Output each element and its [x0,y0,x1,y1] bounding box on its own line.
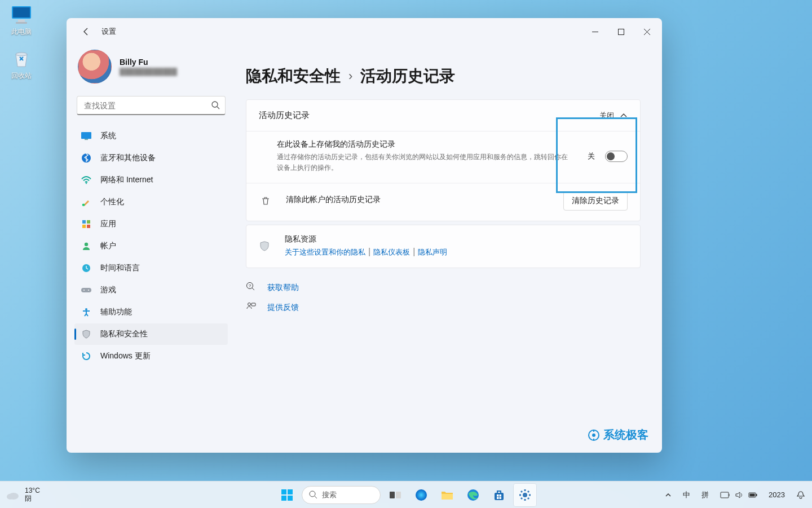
get-help-link[interactable]: ? 获取帮助 [246,282,641,294]
system-icon [81,131,91,141]
svg-rect-39 [396,492,401,498]
tray-quick-settings[interactable] [718,490,760,500]
taskbar-weather[interactable]: 13°C 阴 [6,487,40,503]
ime-lang[interactable]: 中 [681,489,692,501]
sidebar-item-privacy[interactable]: 隐私和安全性 [74,323,228,345]
search-box[interactable] [77,96,226,115]
sidebar-item-accounts[interactable]: 帐户 [74,235,228,257]
svg-rect-2 [18,20,25,22]
link-privacy-statement[interactable]: 隐私声明 [418,248,447,256]
arrow-left-icon [82,27,91,36]
link-about-privacy[interactable]: 关于这些设置和你的隐私 [285,248,365,256]
svg-rect-45 [500,494,502,497]
taskbar-store[interactable] [488,484,510,506]
activity-history-card: 活动历史记录 关闭 在此设备上存储我的活动历史记录 通过存储你的活动历史记录，包… [246,99,641,221]
privacy-resources-card: 隐私资源 关于这些设置和你的隐私|隐私仪表板|隐私声明 [246,225,641,268]
tray-overflow[interactable] [663,491,674,500]
maximize-button[interactable] [608,23,634,41]
svg-text:?: ? [249,283,251,288]
sidebar-item-update[interactable]: Windows 更新 [74,345,228,367]
svg-line-55 [521,498,522,499]
sidebar-item-network[interactable]: 网络和 Internet [74,169,228,191]
svg-point-7 [212,102,218,107]
svg-point-23 [85,308,87,310]
minimize-button[interactable] [582,23,608,41]
desktop-icon-recycle-bin[interactable]: 回收站 [0,49,43,81]
svg-rect-33 [288,489,293,494]
desktop-icon-label: 此电脑 [0,27,43,37]
svg-rect-41 [442,494,453,500]
svg-point-29 [592,433,595,437]
sidebar-item-apps[interactable]: 应用 [74,213,228,235]
ime-mode[interactable]: 拼 [699,489,711,501]
taskbar-explorer[interactable] [436,484,458,506]
sidebar-item-accessibility[interactable]: 辅助功能 [74,301,228,323]
search-icon [309,491,317,499]
svg-rect-43 [495,493,504,500]
taskbar-settings[interactable] [514,484,536,506]
windows-icon [280,488,294,502]
page-title: 活动历史记录 [360,65,455,87]
tray-notifications[interactable] [794,489,807,501]
sidebar-item-time[interactable]: 时间和语言 [74,257,228,279]
svg-rect-47 [500,497,502,499]
link-privacy-dashboard[interactable]: 隐私仪表板 [373,248,410,256]
apps-icon [81,219,91,229]
svg-rect-3 [16,22,27,24]
maximize-icon [618,29,624,35]
taskbar: 13°C 阴 搜索 中 拼 2023 [0,481,812,508]
circle-icon [414,488,428,502]
breadcrumb-root[interactable]: 隐私和安全性 [246,65,341,87]
edge-icon [466,488,480,502]
svg-point-22 [88,290,89,291]
weather-temp: 13°C [25,487,40,495]
search-input[interactable] [77,96,226,115]
store-title: 在此设备上存储我的活动历史记录 [277,139,577,150]
sidebar-item-system[interactable]: 系统 [74,125,228,147]
shield-icon [81,329,91,339]
breadcrumb: 隐私和安全性 › 活动历史记录 [246,65,641,87]
profile-block[interactable]: Billy Fu ████████████ [74,45,228,94]
desktop-icon-this-pc[interactable]: 此电脑 [0,5,43,37]
sidebar-item-bluetooth[interactable]: 蓝牙和其他设备 [74,147,228,169]
update-icon [81,351,91,361]
chevron-up-icon [665,492,672,498]
svg-point-4 [16,52,27,56]
feedback-icon [246,301,256,313]
card-state: 关闭 [599,111,614,121]
folder-icon [440,489,454,501]
tray-year[interactable]: 2023 [766,489,787,500]
task-view-button[interactable] [384,484,407,506]
svg-rect-6 [618,29,624,34]
clear-history-button[interactable]: 清除历史记录 [563,191,628,211]
chevron-up-icon [620,112,628,120]
svg-rect-61 [756,494,757,496]
desktop-icon-label: 回收站 [0,71,43,81]
svg-rect-27 [251,303,255,306]
back-button[interactable] [77,22,96,41]
close-button[interactable] [634,23,660,41]
bluetooth-icon [81,153,91,163]
card-title: 活动历史记录 [259,110,310,121]
resources-links: 关于这些设置和你的隐私|隐私仪表板|隐私声明 [285,247,628,257]
sidebar-item-gaming[interactable]: 游戏 [74,279,228,301]
store-activity-toggle[interactable] [605,151,628,162]
svg-point-40 [416,489,427,501]
svg-line-37 [315,496,317,498]
feedback-link[interactable]: 提供反馈 [246,301,641,313]
svg-point-48 [523,493,527,497]
start-button[interactable] [276,484,298,506]
taskbar-widgets[interactable] [410,484,433,506]
svg-rect-38 [390,492,395,498]
svg-point-12 [86,182,87,183]
taskbar-search[interactable]: 搜索 [302,486,381,504]
svg-rect-46 [497,497,499,499]
recycle-bin-icon [10,49,33,69]
settings-window: 设置 Billy Fu ████████████ 系统 蓝牙和其他设备 网络和 … [67,18,662,453]
taskbar-edge[interactable] [462,484,484,506]
help-icon: ? [246,282,256,294]
clear-title: 清除此帐户的活动历史记录 [286,195,553,205]
close-icon [644,29,650,35]
card-header[interactable]: 活动历史记录 关闭 [246,100,640,131]
sidebar-item-personalization[interactable]: 个性化 [74,191,228,213]
